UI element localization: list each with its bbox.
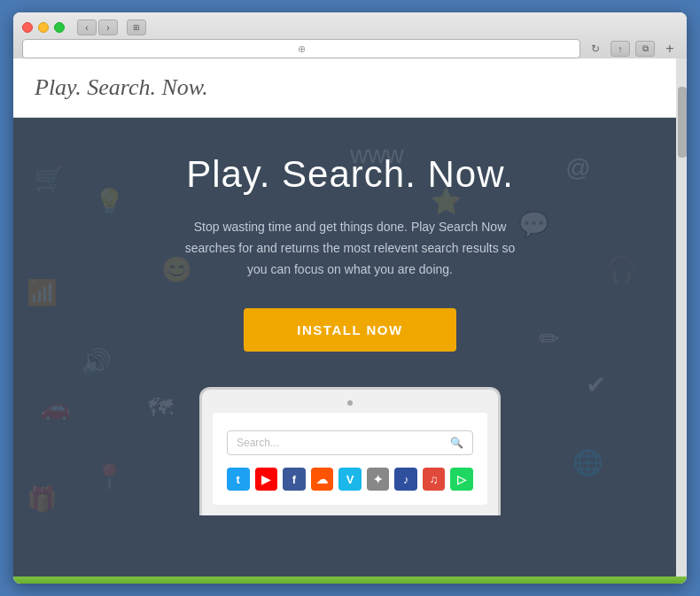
back-button[interactable]: ‹ (77, 19, 97, 35)
laptop-mockup: Search... 🔍 t ▶ f ☁ V ✦ ♪ ♫ ▷ (199, 387, 501, 515)
bg-icon-pencil: ✏ (539, 324, 559, 353)
hero-title: Play. Search. Now. (186, 153, 514, 196)
tabs-icon: ⧉ (642, 43, 649, 54)
laptop-camera (347, 400, 353, 406)
social-icon-facebook[interactable]: f (283, 468, 306, 491)
bg-icon-pin: 📍 (94, 462, 125, 492)
address-bar[interactable]: ⊕ (22, 39, 580, 58)
social-icon-soundcloud[interactable]: ☁ (311, 468, 334, 491)
browser-inner: Play. Search. Now. 🛒 📶 🚗 🎁 💡 🔊 📍 @ 🎧 ✔ � (13, 58, 687, 577)
bg-icon-headphones: 🎧 (606, 255, 637, 284)
close-button[interactable] (22, 22, 33, 33)
share-icon: ↑ (618, 44, 623, 54)
bg-icon-check: ✔ (586, 370, 606, 399)
bg-icon-cart: 🛒 (34, 164, 65, 193)
social-icon-vimeo[interactable]: V (338, 468, 362, 491)
share-button[interactable]: ↑ (611, 41, 630, 57)
social-icons-row: t ▶ f ☁ V ✦ ♪ ♫ ▷ (227, 468, 473, 491)
bottom-bar (13, 577, 687, 584)
browser-chrome: ‹ › ⊞ ⊕ ↻ ↑ ⧉ + (13, 12, 687, 58)
bg-icon-at: @ (565, 154, 590, 182)
bg-icon-gift: 🎁 (27, 484, 58, 514)
bg-icon-globe: 🌐 (572, 448, 603, 477)
browser-titlebar: ‹ › ⊞ (13, 12, 687, 39)
social-icon-misc1[interactable]: ✦ (367, 468, 390, 491)
minimize-button[interactable] (38, 22, 49, 33)
nav-buttons: ‹ › (77, 19, 118, 35)
bg-icon-car: 🚗 (40, 393, 71, 422)
bg-icon-wifi: 📶 (27, 278, 58, 307)
browser-content: Play. Search. Now. 🛒 📶 🚗 🎁 💡 🔊 📍 @ 🎧 ✔ � (13, 58, 687, 577)
refresh-button[interactable]: ↻ (587, 41, 603, 57)
maximize-button[interactable] (54, 22, 65, 33)
site-logo: Play. Search. Now. (35, 74, 665, 101)
social-icon-twitter[interactable]: t (227, 468, 250, 491)
laptop-search-placeholder: Search... (237, 437, 450, 449)
laptop-search-icon: 🔍 (450, 437, 463, 449)
bg-icon-volume: 🔊 (81, 347, 112, 376)
social-icon-misc2[interactable]: ♪ (394, 468, 417, 491)
social-icon-spotify[interactable]: ▷ (450, 468, 473, 491)
scrollbar[interactable] (676, 58, 687, 577)
traffic-lights (22, 22, 65, 33)
new-tab-button[interactable]: + (662, 41, 678, 57)
hero-section: 🛒 📶 🚗 🎁 💡 🔊 📍 @ 🎧 ✔ 🌐 💬 ✏ www 😊 🗺 (13, 118, 687, 577)
laptop-screen: Search... 🔍 t ▶ f ☁ V ✦ ♪ ♫ ▷ (213, 413, 487, 505)
install-now-button[interactable]: INSTALL NOW (244, 308, 455, 352)
forward-button[interactable]: › (98, 19, 118, 35)
laptop-search-bar[interactable]: Search... 🔍 (227, 430, 473, 455)
tabs-button[interactable]: ⧉ (635, 41, 655, 57)
scrollbar-thumb[interactable] (678, 87, 687, 158)
bg-icon-chat: 💬 (518, 210, 549, 239)
bg-icon-bulb: 💡 (94, 187, 125, 216)
browser-window: ‹ › ⊞ ⊕ ↻ ↑ ⧉ + Play. Sea (13, 12, 687, 584)
bg-icon-map: 🗺 (148, 393, 173, 422)
hero-description: Stop wasting time and get things done. P… (182, 217, 518, 280)
social-icon-youtube[interactable]: ▶ (255, 468, 278, 491)
site-header: Play. Search. Now. (13, 58, 687, 118)
reader-button[interactable]: ⊞ (127, 19, 146, 35)
social-icon-misc3[interactable]: ♫ (423, 468, 446, 491)
toolbar-icons: ↑ ⧉ (611, 41, 655, 57)
address-bar-plus-icon: ⊕ (298, 43, 306, 55)
